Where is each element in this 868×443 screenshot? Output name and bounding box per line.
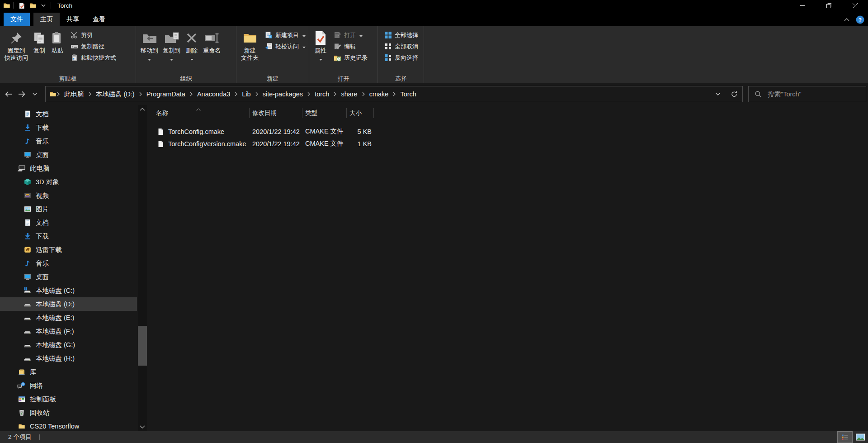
breadcrumb-item-此电脑[interactable]: 此电脑 (60, 86, 88, 102)
recent-locations-icon[interactable] (30, 88, 40, 100)
sidebar-item-本地磁盘 (H:)[interactable]: 本地磁盘 (H:) (0, 352, 137, 365)
ribbon-button-反向选择[interactable]: 反向选择 (383, 53, 420, 62)
ribbon-button-label: 属性 (315, 47, 326, 54)
breadcrumb-item-本地磁盘 (D:)[interactable]: 本地磁盘 (D:) (92, 86, 139, 102)
qat-customize-button[interactable] (39, 0, 48, 11)
ribbon-button-全部选择[interactable]: 全部选择 (383, 30, 420, 40)
breadcrumb-separator-icon (57, 92, 60, 96)
ribbon-button-label: 编辑 (344, 43, 356, 51)
ribbon-button-属性[interactable]: 属性 (311, 28, 330, 74)
sidebar-item-库[interactable]: 库 (0, 365, 137, 379)
collapse-ribbon-icon[interactable] (844, 18, 849, 21)
file-row[interactable]: TorchConfig.cmake2020/1/22 19:42CMAKE 文件… (149, 125, 868, 138)
refresh-icon[interactable] (726, 86, 742, 102)
tab-文件[interactable]: 文件 (4, 13, 30, 26)
ribbon-button-历史记录[interactable]: 历史记录 (332, 53, 369, 62)
breadcrumb-item-ProgramData[interactable]: ProgramData (142, 86, 189, 102)
paste-shortcut-icon (71, 54, 78, 62)
scrollbar-thumb[interactable] (138, 326, 147, 366)
column-header-修改日期[interactable]: 修改日期 (250, 107, 302, 119)
sidebar-item-迅雷下载[interactable]: 迅雷下载 (0, 243, 137, 257)
minimize-button[interactable] (789, 0, 816, 11)
sidebar-item-本地磁盘 (C:)[interactable]: 本地磁盘 (C:) (0, 284, 137, 297)
address-bar[interactable]: 此电脑本地磁盘 (D:)ProgramDataAnaconda3Libsite-… (45, 86, 743, 102)
breadcrumb-item-Anaconda3[interactable]: Anaconda3 (193, 86, 234, 102)
qat-new-folder-button[interactable] (27, 2, 39, 9)
details-view-button[interactable] (837, 431, 853, 443)
sidebar-item-视频[interactable]: 视频 (0, 189, 137, 202)
sidebar-scrollbar[interactable] (138, 105, 147, 431)
ribbon-button-复制[interactable]: 复制 (30, 28, 48, 74)
ribbon-button-粘贴快捷方式[interactable]: 粘贴快捷方式 (69, 53, 118, 62)
back-icon[interactable] (4, 88, 14, 100)
search-input[interactable] (767, 90, 860, 98)
sort-ascending-icon (196, 105, 201, 112)
column-header-名称[interactable]: 名称 (149, 107, 250, 119)
music-icon (23, 138, 32, 145)
tab-共享[interactable]: 共享 (60, 13, 86, 26)
ribbon-button-移动到[interactable]: 移动到 (138, 28, 160, 74)
sidebar-item-本地磁盘 (G:)[interactable]: 本地磁盘 (G:) (0, 338, 137, 352)
ribbon-button-label: 删除 (186, 47, 198, 54)
sidebar-item-文档[interactable]: 文档 (0, 216, 137, 229)
ribbon-button-新建项目[interactable]: 新建项目 (264, 30, 307, 40)
qat-properties-button[interactable] (16, 2, 27, 9)
sidebar-item-下载[interactable]: 下载 (0, 121, 137, 134)
breadcrumb-item-cmake[interactable]: cmake (365, 86, 393, 102)
sidebar-item-本地磁盘 (F:)[interactable]: 本地磁盘 (F:) (0, 324, 137, 338)
breadcrumb-item-Torch[interactable]: Torch (396, 86, 420, 102)
sidebar-item-文档[interactable]: 文档 (0, 107, 137, 121)
file-row[interactable]: TorchConfigVersion.cmake2020/1/22 19:42C… (149, 138, 868, 150)
column-header-大小[interactable]: 大小 (347, 107, 374, 119)
ribbon-button-重命名[interactable]: 重命名 (201, 28, 223, 74)
sidebar-item-桌面[interactable]: 桌面 (0, 270, 137, 284)
scroll-down-icon[interactable] (138, 425, 147, 429)
sidebar-item-音乐[interactable]: 音乐 (0, 134, 137, 148)
sidebar-item-label: 视频 (36, 191, 49, 200)
ribbon-button-固定到快速访问[interactable]: 固定到快速访问 (2, 28, 30, 74)
address-dropdown-icon[interactable] (710, 86, 726, 102)
ribbon-button-编辑[interactable]: 编辑 (332, 42, 369, 51)
scroll-up-icon[interactable] (138, 108, 147, 111)
breadcrumb-item-share[interactable]: share (337, 86, 361, 102)
sidebar-item-下载[interactable]: 下载 (0, 229, 137, 243)
column-header-类型[interactable]: 类型 (302, 107, 347, 119)
ribbon-button-全部取消[interactable]: 全部取消 (383, 42, 420, 51)
sidebar-item-图片[interactable]: 图片 (0, 202, 137, 216)
ribbon-button-新建文件夹[interactable]: 新建文件夹 (239, 28, 261, 74)
sidebar-item-控制面板[interactable]: 控制面板 (0, 392, 137, 406)
tab-主页[interactable]: 主页 (33, 13, 60, 26)
sidebar-item-音乐[interactable]: 音乐 (0, 257, 137, 270)
breadcrumb-item-site-packages[interactable]: site-packages (259, 86, 307, 102)
restore-button[interactable] (816, 0, 842, 11)
ribbon-button-粘贴[interactable]: 粘贴 (48, 28, 66, 74)
help-icon[interactable]: ? (856, 15, 864, 24)
ribbon-button-轻松访问[interactable]: 轻松访问 (264, 42, 307, 51)
sidebar-item-label: 本地磁盘 (F:) (36, 327, 74, 336)
ribbon-button-剪切[interactable]: 剪切 (69, 30, 118, 40)
ribbon-button-复制路径[interactable]: 复制路径 (69, 42, 118, 51)
sidebar-item-桌面[interactable]: 桌面 (0, 148, 137, 162)
forward-icon[interactable] (17, 88, 27, 100)
sidebar-item-3D 对象[interactable]: 3D 对象 (0, 175, 137, 189)
sidebar-item-网络[interactable]: 网络 (0, 379, 137, 392)
search-box[interactable] (748, 86, 866, 102)
breadcrumb-item-torch[interactable]: torch (311, 86, 333, 102)
sidebar-item-label: 本地磁盘 (D:) (36, 300, 75, 309)
sidebar-item-本地磁盘 (E:)[interactable]: 本地磁盘 (E:) (0, 311, 137, 324)
ribbon-button-删除[interactable]: 删除 (183, 28, 201, 74)
thumbnail-view-button[interactable] (853, 431, 868, 443)
sidebar-item-此电脑[interactable]: 此电脑 (0, 162, 137, 175)
ribbon-button-label: 复制 (33, 47, 45, 54)
breadcrumb-separator-icon (234, 92, 238, 96)
sidebar-item-回收站[interactable]: 回收站 (0, 406, 137, 419)
breadcrumb-item-Lib[interactable]: Lib (238, 86, 255, 102)
sidebar-item-label: 控制面板 (30, 395, 56, 404)
ribbon-button-复制到[interactable]: 复制到 (160, 28, 183, 74)
tab-查看[interactable]: 查看 (86, 13, 112, 26)
sidebar-item-本地磁盘 (D:)[interactable]: 本地磁盘 (D:) (0, 297, 137, 311)
folder-icon (49, 91, 57, 98)
sidebar-item-CS20 Tensorflow[interactable]: CS20 Tensorflow (0, 419, 137, 431)
sidebar-item-label: 下载 (36, 124, 49, 132)
close-button[interactable] (842, 0, 868, 11)
